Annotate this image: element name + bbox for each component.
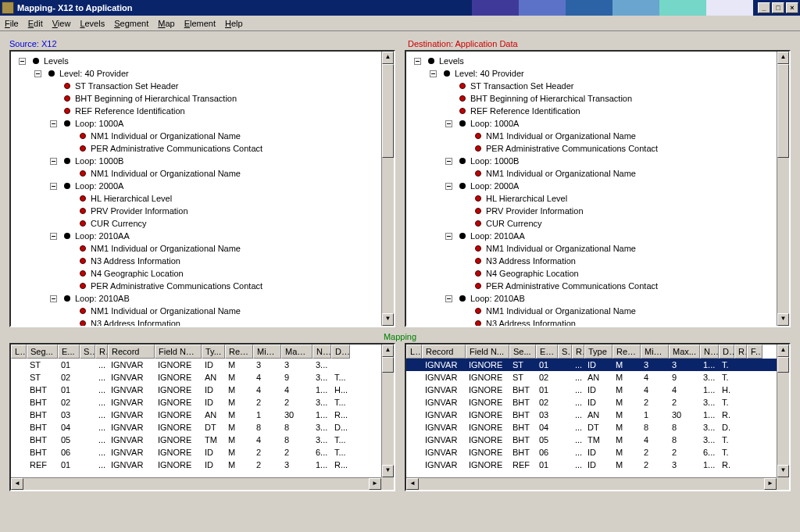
table-row[interactable]: IGNVARIGNOREBHT04...DTM883...D.	[406, 421, 789, 434]
scroll-left-icon[interactable]: ◄	[11, 478, 23, 490]
tree-node[interactable]: NM1 Individual or Organizational Name	[409, 130, 789, 142]
tree-node[interactable]: N4 Geographic Location	[409, 267, 789, 280]
column-header[interactable]: N..	[312, 345, 331, 359]
column-header[interactable]: Max...	[669, 345, 700, 359]
tree-node[interactable]: ST Transaction Set Header	[409, 80, 789, 92]
column-header[interactable]: D..	[331, 345, 350, 359]
table-row[interactable]: BHT06...IGNVARIGNOREIDM226...T...	[11, 446, 394, 459]
menu-edit[interactable]: Edit	[28, 19, 43, 28]
collapse-icon[interactable]	[19, 58, 26, 65]
source-tree[interactable]: LevelsLevel: 40 ProviderST Transaction S…	[9, 50, 395, 327]
tree-node[interactable]: NM1 Individual or Organizational Name	[14, 242, 394, 255]
collapse-icon[interactable]	[445, 295, 452, 302]
menu-levels[interactable]: Levels	[80, 19, 105, 28]
tree-node[interactable]: Loop: 1000B	[14, 155, 394, 167]
table-row[interactable]: IGNVARIGNOREBHT06...IDM226...T.	[406, 446, 789, 459]
collapse-icon[interactable]	[414, 58, 421, 65]
column-header[interactable]: Seg...	[27, 345, 58, 359]
tree-node[interactable]: PRV Provider Information	[14, 205, 394, 217]
column-header[interactable]: R	[95, 345, 108, 359]
tree-node[interactable]: Loop: 2010AB	[14, 292, 394, 305]
tree-node[interactable]: Loop: 1000A	[409, 117, 789, 130]
menu-element[interactable]: Element	[184, 19, 216, 28]
table-row[interactable]: IGNVARIGNOREBHT02...IDM223...T.	[406, 396, 789, 409]
column-header[interactable]: Req...	[612, 345, 641, 359]
column-header[interactable]: Field Na...	[155, 345, 202, 359]
tree-node[interactable]: Loop: 2010AB	[409, 292, 789, 305]
scroll-up-icon[interactable]: ▲	[777, 345, 789, 357]
column-header[interactable]: R	[734, 345, 747, 359]
column-header[interactable]: F..	[747, 345, 762, 359]
tree-node[interactable]: NM1 Individual or Organizational Name	[409, 305, 789, 317]
scroll-down-icon[interactable]: ▼	[777, 313, 789, 326]
scroll-up-icon[interactable]: ▲	[382, 345, 394, 357]
tree-node[interactable]: CUR Currency	[14, 217, 394, 230]
table-row[interactable]: BHT01...IGNVARIGNOREIDM441...H...	[11, 384, 394, 396]
tree-node[interactable]: CUR Currency	[409, 217, 789, 230]
column-header[interactable]: N..	[700, 345, 719, 359]
tree-node[interactable]: Level: 40 Provider	[409, 67, 789, 80]
column-header[interactable]: Mini...	[253, 345, 281, 359]
tree-node[interactable]: N3 Address Information	[14, 317, 394, 327]
tree-node[interactable]: PER Administrative Communications Contac…	[409, 280, 789, 292]
minimize-button[interactable]: _	[758, 2, 770, 13]
menu-map[interactable]: Map	[158, 19, 174, 28]
column-header[interactable]: Se...	[509, 345, 536, 359]
table-row[interactable]: BHT04...IGNVARIGNOREDTM883...D...	[11, 421, 394, 434]
tree-node[interactable]: Levels	[14, 55, 394, 67]
tree-node[interactable]: Loop: 2010AA	[14, 230, 394, 242]
collapse-icon[interactable]	[50, 158, 57, 165]
menubar[interactable]: FileEditViewLevelsSegmentMapElementHelp	[0, 16, 800, 31]
collapse-icon[interactable]	[50, 233, 57, 240]
tree-node[interactable]: REF Reference Identification	[409, 105, 789, 117]
tree-node[interactable]: Loop: 1000B	[409, 155, 789, 167]
scroll-thumb[interactable]	[382, 357, 394, 373]
destination-tree[interactable]: LevelsLevel: 40 ProviderST Transaction S…	[405, 50, 791, 327]
table-hscroll[interactable]: ◄ ►	[11, 477, 381, 490]
tree-node[interactable]: HL Hierarchical Level	[14, 192, 394, 205]
menu-file[interactable]: File	[5, 19, 19, 28]
column-header[interactable]: E...	[58, 345, 80, 359]
collapse-icon[interactable]	[50, 120, 57, 127]
table-row[interactable]: IGNVARIGNOREST02...ANM493...T.	[406, 371, 789, 384]
tree-node[interactable]: PER Administrative Communications Contac…	[14, 280, 394, 292]
column-header[interactable]: L..	[406, 345, 422, 359]
dest-mapping-table[interactable]: L..RecordField N...Se...El...S..RTypeReq…	[405, 343, 791, 491]
table-row[interactable]: BHT05...IGNVARIGNORETMM483...T...	[11, 434, 394, 446]
tree-node[interactable]: NM1 Individual or Organizational Name	[409, 167, 789, 180]
table-row[interactable]: ST02...IGNVARIGNOREANM493...T...	[11, 371, 394, 384]
scroll-thumb[interactable]	[382, 64, 394, 158]
scroll-up-icon[interactable]: ▲	[777, 52, 789, 64]
collapse-icon[interactable]	[445, 120, 452, 127]
table-hscroll[interactable]: ◄ ►	[406, 477, 777, 490]
table-row[interactable]: IGNVARIGNOREREF01...IDM231...R.	[406, 459, 789, 471]
column-header[interactable]: Record	[108, 345, 155, 359]
tree-node[interactable]: NM1 Individual or Organizational Name	[409, 242, 789, 255]
scroll-down-icon[interactable]: ▼	[382, 313, 394, 326]
tree-node[interactable]: PER Administrative Communications Contac…	[409, 142, 789, 155]
tree-node[interactable]: N4 Geographic Location	[14, 267, 394, 280]
table-row[interactable]: IGNVARIGNOREBHT05...TMM483...T.	[406, 434, 789, 446]
column-header[interactable]: S..	[558, 345, 572, 359]
tree-node[interactable]: HL Hierarchical Level	[409, 192, 789, 205]
column-header[interactable]: Maxi...	[281, 345, 312, 359]
tree-node[interactable]: BHT Beginning of Hierarchical Transactio…	[409, 92, 789, 105]
close-button[interactable]: ×	[786, 2, 798, 13]
tree-node[interactable]: NM1 Individual or Organizational Name	[14, 167, 394, 180]
scroll-down-icon[interactable]: ▼	[382, 465, 394, 477]
collapse-icon[interactable]	[445, 158, 452, 165]
column-header[interactable]: Min...	[641, 345, 669, 359]
tree-node[interactable]: Level: 40 Provider	[14, 67, 394, 80]
tree-node[interactable]: BHT Beginning of Hierarchical Transactio…	[14, 92, 394, 105]
table-row[interactable]: IGNVARIGNOREBHT01...IDM441...H.	[406, 384, 789, 396]
collapse-icon[interactable]	[430, 70, 437, 77]
scroll-left-icon[interactable]: ◄	[406, 478, 419, 490]
table-row[interactable]: REF01...IGNVARIGNOREIDM231...R...	[11, 459, 394, 471]
tree-node[interactable]: N3 Address Information	[14, 255, 394, 267]
source-mapping-table[interactable]: L..Seg...E...S..RRecordField Na...Ty...R…	[9, 343, 395, 491]
tree-node[interactable]: N3 Address Information	[409, 255, 789, 267]
scroll-up-icon[interactable]: ▲	[382, 52, 394, 64]
column-header[interactable]: S..	[80, 345, 95, 359]
tree-node[interactable]: Loop: 2000A	[14, 180, 394, 192]
scroll-down-icon[interactable]: ▼	[777, 465, 789, 477]
